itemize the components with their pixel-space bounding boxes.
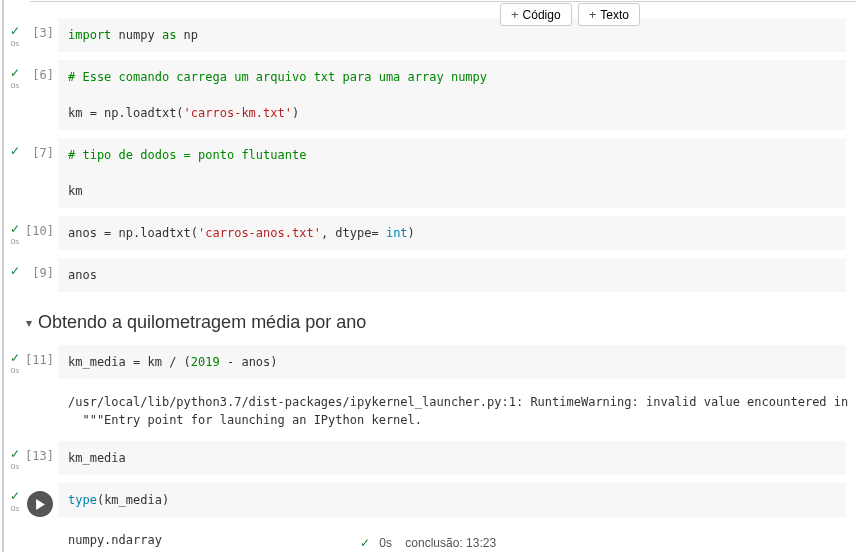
code-cell[interactable]: ✓ [9] anos: [8, 258, 856, 292]
run-button[interactable]: [27, 491, 53, 517]
exec-time: 0s: [11, 237, 19, 246]
cell-status: ✓: [8, 258, 22, 278]
exec-count: [7]: [22, 138, 58, 160]
add-code-label: Código: [523, 8, 561, 22]
code-editor[interactable]: # Esse comando carrega um arquivo txt pa…: [58, 60, 846, 130]
heading-text: Obtendo a quilometragem média por ano: [38, 312, 366, 333]
exec-count: [11]: [22, 345, 58, 367]
code-editor[interactable]: km_media: [58, 441, 846, 475]
play-icon: [35, 499, 46, 510]
check-icon: ✓: [10, 144, 20, 158]
exec-time: 0s: [11, 366, 19, 375]
top-border: [30, 1, 856, 2]
exec-time: 0s: [11, 81, 19, 90]
cell-status: ✓ 0s: [8, 60, 22, 90]
check-icon: ✓: [360, 536, 370, 550]
notebook-body: ✓ 0s [3] import numpy as np ✓ 0s [6] # E…: [0, 0, 856, 551]
cell-status: ✓ 0s: [8, 18, 22, 48]
code-cell[interactable]: ✓ 0s type(km_media): [8, 483, 856, 517]
code-editor[interactable]: type(km_media): [58, 483, 846, 517]
code-cell[interactable]: ✓ 0s [6] # Esse comando carrega um arqui…: [8, 60, 856, 130]
footer-label: conclusão:: [405, 536, 462, 550]
code-cell[interactable]: ✓ 0s [11] km_media = km / (2019 - anos): [8, 345, 856, 379]
check-icon: ✓: [10, 66, 20, 80]
left-gutter: [2, 0, 4, 552]
exec-count: [22, 483, 58, 517]
code-cell[interactable]: ✓ 0s [13] km_media: [8, 441, 856, 475]
check-icon: ✓: [10, 264, 20, 278]
add-code-button[interactable]: + Código: [500, 3, 572, 26]
add-text-button[interactable]: + Texto: [578, 3, 640, 26]
plus-icon: +: [589, 7, 597, 22]
check-icon: ✓: [10, 351, 20, 365]
add-text-label: Texto: [600, 8, 629, 22]
code-editor[interactable]: import numpy as np: [58, 18, 846, 52]
insert-toolbar: + Código + Texto: [500, 3, 640, 26]
code-editor[interactable]: anos: [58, 258, 846, 292]
check-icon: ✓: [10, 447, 20, 461]
cell-status: ✓: [8, 138, 22, 158]
code-cell[interactable]: ✓ [7] # tipo de dodos = ponto flutuante …: [8, 138, 856, 208]
exec-count: [10]: [22, 216, 58, 238]
exec-time: 0s: [11, 462, 19, 471]
status-bar: ✓ 0s conclusão: 13:23: [0, 536, 856, 550]
code-editor[interactable]: km_media = km / (2019 - anos): [58, 345, 846, 379]
exec-time: 0s: [11, 39, 19, 48]
plus-icon: +: [511, 7, 519, 22]
code-editor[interactable]: anos = np.loadtxt('carros-anos.txt', dty…: [58, 216, 846, 250]
cell-status: ✓ 0s: [8, 216, 22, 246]
check-icon: ✓: [10, 24, 20, 38]
footer-time: 0s: [379, 536, 392, 550]
footer-stamp: 13:23: [466, 536, 496, 550]
cell-output: /usr/local/lib/python3.7/dist-packages/i…: [58, 387, 856, 431]
check-icon: ✓: [10, 489, 20, 503]
exec-count: [6]: [22, 60, 58, 82]
check-icon: ✓: [10, 222, 20, 236]
exec-count: [13]: [22, 441, 58, 463]
cell-status: ✓ 0s: [8, 441, 22, 471]
exec-count: [9]: [22, 258, 58, 280]
code-cell[interactable]: ✓ 0s [10] anos = np.loadtxt('carros-anos…: [8, 216, 856, 250]
exec-count: [3]: [22, 18, 58, 40]
exec-time: 0s: [11, 504, 19, 513]
section-heading[interactable]: ▾ Obtendo a quilometragem média por ano: [26, 312, 856, 333]
cell-status: ✓ 0s: [8, 345, 22, 375]
cell-status: ✓ 0s: [8, 483, 22, 513]
caret-down-icon[interactable]: ▾: [26, 316, 32, 330]
code-editor[interactable]: # tipo de dodos = ponto flutuante km: [58, 138, 846, 208]
code-cell[interactable]: ✓ 0s [3] import numpy as np: [8, 18, 856, 52]
